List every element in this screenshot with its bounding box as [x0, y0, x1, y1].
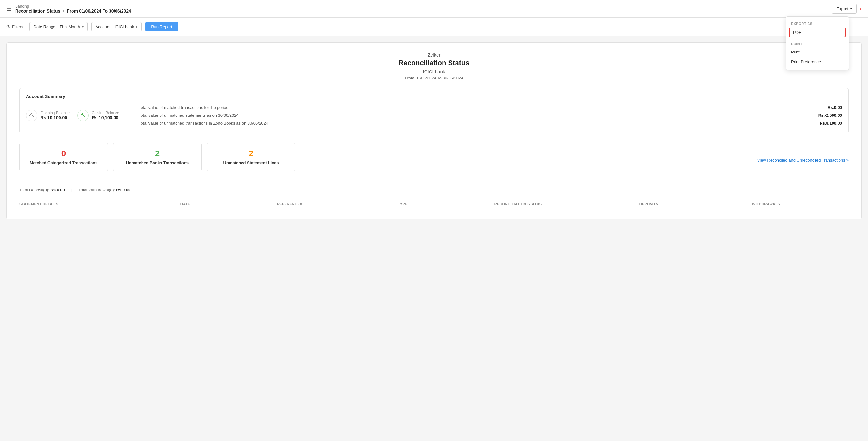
- total-withdrawal: Total Withdrawal(0): Rs.0.00: [79, 188, 130, 192]
- closing-balance-item: ⛏ Closing Balance Rs.10,100.00: [77, 110, 119, 121]
- opening-balance-value: Rs.10,100.00: [40, 115, 70, 120]
- report-company: Zylker: [19, 52, 849, 58]
- opening-balance-info: Opening Balance Rs.10,100.00: [40, 111, 70, 120]
- th-date: Date: [180, 202, 277, 206]
- report-header: Zylker Reconciliation Status ICICI bank …: [19, 52, 849, 80]
- closing-balance-value: Rs.10,100.00: [92, 115, 119, 120]
- export-as-section-title: EXPORT AS: [786, 20, 849, 27]
- closing-balance-icon: ⛏: [77, 110, 89, 121]
- closing-balance-info: Closing Balance Rs.10,100.00: [92, 111, 119, 120]
- unmatched-books-count: 2: [120, 149, 195, 159]
- opening-balance-label: Opening Balance: [40, 111, 70, 115]
- closing-balance-label: Closing Balance: [92, 111, 119, 115]
- export-button[interactable]: Export ▾: [832, 4, 857, 13]
- print-option[interactable]: Print: [786, 47, 849, 57]
- app-header: ☰ Banking Reconciliation Status • From 0…: [0, 0, 868, 18]
- summary-row-3: Total value of unmatched transactions in…: [138, 119, 842, 127]
- summary-row-label-2: Total value of unmatched statements as o…: [138, 113, 239, 118]
- matched-label: Matched/Categorized Transactions: [26, 160, 101, 165]
- report-card: Zylker Reconciliation Status ICICI bank …: [6, 42, 862, 219]
- th-deposits: Deposits: [640, 202, 752, 206]
- th-type: Type: [398, 202, 494, 206]
- chevron-down-icon: ▾: [850, 7, 852, 10]
- filters-label: ⚗ Filters :: [6, 24, 26, 29]
- summary-row-value-3: Rs.8,100.00: [819, 121, 842, 126]
- table-header: Statement Details Date Reference# Type R…: [19, 199, 849, 209]
- view-reconciled-link[interactable]: View Reconciled and Unreconciled Transac…: [757, 158, 849, 163]
- transaction-cards: 0 Matched/Categorized Transactions 2 Unm…: [19, 143, 255, 171]
- print-section-title: PRINT: [786, 39, 849, 47]
- total-deposit: Total Deposit(0): Rs.0.00: [19, 188, 65, 192]
- filter-icon: ⚗: [6, 24, 10, 29]
- unmatched-books-label: Unmatched Books Transactions: [120, 160, 195, 165]
- unmatched-statement-count: 2: [213, 149, 289, 159]
- summary-row-2: Total value of unmatched statements as o…: [138, 111, 842, 119]
- arrow-right-icon[interactable]: ›: [860, 5, 862, 12]
- breadcrumb-parent: Banking: [15, 4, 131, 8]
- summary-metrics: Total value of matched transactions for …: [129, 103, 842, 127]
- export-pdf-option[interactable]: PDF: [789, 28, 845, 37]
- account-filter[interactable]: Account : ICICI bank ▾: [92, 22, 142, 31]
- main-content: Zylker Reconciliation Status ICICI bank …: [0, 36, 868, 226]
- print-preference-option[interactable]: Print Preference: [786, 57, 849, 67]
- matched-card[interactable]: 0 Matched/Categorized Transactions: [19, 143, 108, 171]
- totals-bar: Total Deposit(0): Rs.0.00 | Total Withdr…: [19, 184, 849, 197]
- report-date-range: From 01/06/2024 To 30/06/2024: [19, 76, 849, 80]
- unmatched-statement-label: Unmatched Statement Lines: [213, 160, 289, 165]
- matched-count: 0: [26, 149, 101, 159]
- page-title: Reconciliation Status • From 01/06/2024 …: [15, 8, 131, 13]
- account-summary-title: Account Summary:: [26, 94, 842, 99]
- date-range-filter[interactable]: Date Range : This Month ▾: [29, 22, 88, 31]
- th-withdrawals: Withdrawals: [752, 202, 849, 206]
- chevron-down-icon: ▾: [136, 25, 137, 29]
- summary-balances: ⛏ Opening Balance Rs.10,100.00 ⛏ Closing…: [26, 103, 129, 127]
- opening-balance-item: ⛏ Opening Balance Rs.10,100.00: [26, 110, 70, 121]
- header-left: ☰ Banking Reconciliation Status • From 0…: [6, 4, 131, 13]
- summary-row-label-1: Total value of matched transactions for …: [138, 105, 228, 110]
- run-report-button[interactable]: Run Report: [145, 22, 178, 31]
- summary-body: ⛏ Opening Balance Rs.10,100.00 ⛏ Closing…: [26, 103, 842, 127]
- th-statement-details: Statement Details: [19, 202, 180, 206]
- unmatched-statement-card[interactable]: 2 Unmatched Statement Lines: [207, 143, 296, 171]
- header-right: Export ▾ ›: [832, 4, 862, 13]
- summary-row-1: Total value of matched transactions for …: [138, 103, 842, 111]
- chevron-down-icon: ▾: [82, 25, 84, 29]
- breadcrumb: Banking Reconciliation Status • From 01/…: [15, 4, 131, 13]
- export-dropdown: EXPORT AS PDF PRINT Print Print Preferen…: [786, 16, 849, 70]
- report-title: Reconciliation Status: [19, 59, 849, 67]
- filters-bar: ⚗ Filters : Date Range : This Month ▾ Ac…: [0, 18, 868, 36]
- summary-row-value-1: Rs.0.00: [828, 105, 842, 110]
- hamburger-icon[interactable]: ☰: [6, 5, 11, 12]
- summary-row-value-2: Rs.-2,500.00: [818, 113, 842, 118]
- opening-balance-icon: ⛏: [26, 110, 37, 121]
- th-reference: Reference#: [277, 202, 398, 206]
- report-bank: ICICI bank: [19, 69, 849, 74]
- summary-row-label-3: Total value of unmatched transactions in…: [138, 121, 268, 126]
- account-summary: Account Summary: ⛏ Opening Balance Rs.10…: [19, 88, 849, 133]
- th-reconciliation-status: Reconciliation Status: [494, 202, 640, 206]
- unmatched-books-card[interactable]: 2 Unmatched Books Transactions: [113, 143, 202, 171]
